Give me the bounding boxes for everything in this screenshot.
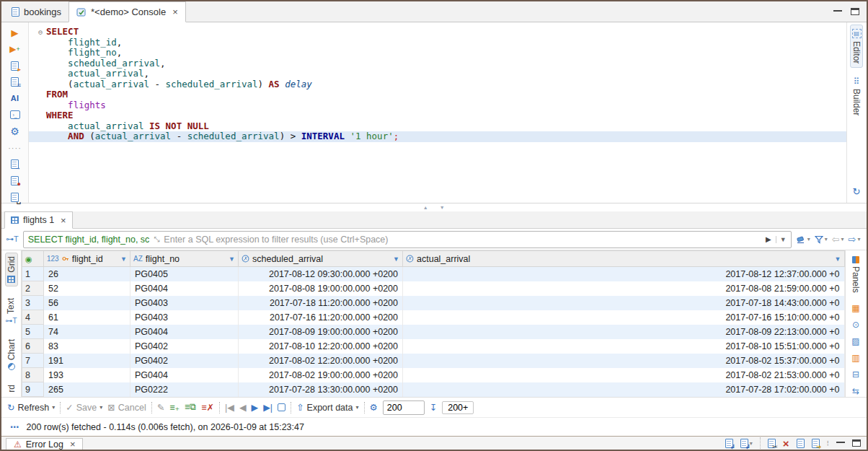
side-tab-editor[interactable]: ▤ Editor (850, 25, 863, 68)
minimize-icon[interactable] (836, 440, 845, 443)
value-panel-icon[interactable]: ▦ (851, 304, 859, 312)
explain-plan-icon[interactable] (11, 77, 19, 87)
grid-cell[interactable]: 2017-08-08 21:59:00.000 +0 (403, 281, 845, 296)
execute-script-icon[interactable] (11, 61, 19, 71)
grid-cell[interactable]: 193 (44, 368, 130, 382)
cancel-button[interactable]: ⊠Cancel (107, 402, 146, 413)
grid-cell[interactable]: PG0404 (130, 368, 239, 382)
row-number[interactable]: 2 (22, 281, 44, 296)
calc-panel-icon[interactable]: ▥ (851, 354, 859, 362)
nav-forward-icon[interactable]: ⇨▾ (849, 234, 861, 245)
export-script-icon[interactable] (11, 159, 19, 169)
row-number[interactable]: 5 (22, 325, 44, 339)
reset-layout-icon[interactable]: ⇆ (852, 387, 859, 395)
grid-cell[interactable]: 2017-08-02 15:37:00.000 +0 (403, 354, 845, 368)
row-number[interactable]: 6 (22, 339, 44, 354)
expand-filter-icon[interactable]: ⤡ (154, 235, 159, 244)
last-row-icon[interactable]: ▶| (263, 402, 273, 413)
column-header-flight-id[interactable]: 123 flight_id ▼ (44, 251, 130, 267)
preview-panel-icon[interactable]: ▨ (851, 337, 859, 346)
maximize-icon[interactable] (852, 439, 861, 447)
grid-cell[interactable]: 2017-07-28 17:02:00.000 +0 (403, 382, 845, 397)
grid-cell[interactable]: 2017-07-18 14:43:00.000 +0 (403, 296, 845, 310)
next-row-icon[interactable]: ▶ (252, 402, 259, 413)
delete-row-icon[interactable]: ≡✗ (201, 402, 214, 413)
export-data-button[interactable]: ⇧Export data▾ (296, 402, 358, 413)
grid-cell[interactable]: 2017-08-02 21:53:00.000 +0 (403, 368, 845, 382)
code-line[interactable]: AND (actual_arrival - scheduled_arrival)… (29, 131, 846, 142)
editor-results-splitter[interactable]: ▲ ▼ (1, 203, 867, 211)
filter-input[interactable] (164, 235, 761, 245)
grid-cell[interactable]: 191 (44, 354, 130, 368)
code-line[interactable]: flights (29, 100, 846, 111)
row-number[interactable]: 9 (22, 382, 44, 397)
close-icon[interactable]: × (172, 6, 178, 17)
tab-flights-1[interactable]: flights 1 × (4, 211, 73, 229)
tab-error-log[interactable]: ⚠ Error Log × (6, 438, 83, 450)
column-filter-icon[interactable]: ▼ (229, 255, 235, 263)
collapse-down-icon[interactable]: ▼ (440, 205, 445, 210)
toolbar-overflow-icon[interactable]: ···· (8, 143, 22, 154)
grid-cell[interactable]: 52 (44, 281, 130, 296)
grid-cell[interactable]: 2017-08-10 12:20:00.000 +0200 (239, 339, 403, 354)
grid-cell[interactable]: 2017-07-18 11:20:00.000 +0200 (239, 296, 403, 310)
panels-toggle[interactable]: Panels (850, 253, 862, 296)
grid-cell[interactable]: PG0402 (130, 339, 239, 354)
code-line[interactable]: scheduled_arrival, (29, 58, 846, 69)
presentation-tab-text[interactable]: Text ⊶T (4, 295, 17, 328)
row-number[interactable]: 8 (22, 368, 44, 382)
side-tab-builder[interactable]: ⠿ Builder (851, 74, 862, 119)
execute-new-tab-icon[interactable]: ▶+ (8, 44, 22, 55)
column-filter-icon[interactable]: ▼ (393, 255, 399, 263)
grid-cell[interactable]: PG0402 (130, 354, 239, 368)
sql-editor[interactable]: ⊖SELECT flight_id, flight_no, scheduled_… (29, 22, 846, 203)
filters-menu-icon[interactable]: ▾ (815, 235, 828, 244)
script-variables-icon[interactable] (11, 193, 19, 202)
grid-cell[interactable]: 2017-07-28 13:30:00.000 +0200 (239, 382, 403, 397)
close-icon[interactable]: × (61, 215, 66, 226)
grid-cell[interactable]: PG0222 (130, 382, 239, 397)
grid-cell[interactable]: 26 (44, 267, 130, 281)
grouping-panel-icon[interactable]: ⊙ (852, 320, 859, 329)
grid-cell[interactable]: 74 (44, 325, 130, 339)
grid-cell[interactable]: PG0405 (130, 267, 239, 281)
view-menu-icon[interactable]: ⁝ (827, 439, 830, 448)
grid-cell[interactable]: 2017-07-16 11:20:00.000 +0200 (239, 310, 403, 325)
grid-cell[interactable]: 2017-08-09 19:00:00.000 +0200 (239, 325, 403, 339)
open-log-menu-icon[interactable] (740, 439, 748, 448)
duplicate-row-icon[interactable]: ≡⧉ (185, 402, 196, 413)
minimize-icon[interactable] (833, 9, 842, 12)
grid-cell[interactable]: 2017-07-16 15:10:00.000 +0 (403, 310, 845, 325)
grid-cell[interactable]: 83 (44, 339, 130, 354)
layout-panel-icon[interactable]: ⊟ (852, 370, 859, 379)
grid-cell[interactable]: PG0403 (130, 296, 239, 310)
grid-cell[interactable]: PG0403 (130, 310, 239, 325)
tab-demo-console[interactable]: *<demo> Console × (68, 1, 186, 22)
row-number[interactable]: 3 (22, 296, 44, 310)
delete-log-icon[interactable]: × (783, 438, 789, 449)
execute-statement-icon[interactable]: ▶ (8, 27, 22, 38)
code-line[interactable]: actual_arrival IS NOT NULL (29, 121, 846, 132)
refresh-button[interactable]: ↻Refresh▾ (7, 402, 55, 413)
presentation-tab-chart[interactable]: Chart (6, 336, 17, 373)
prev-row-icon[interactable]: ◀ (239, 402, 247, 413)
fetch-settings-gear-icon[interactable]: ⚙ (370, 402, 378, 413)
collapse-up-icon[interactable]: ▲ (423, 205, 428, 210)
column-header-flight-no[interactable]: AZ flight_no ▼ (130, 251, 239, 267)
fullscreen-icon[interactable] (278, 403, 285, 411)
fetch-all-icon[interactable]: ↧ (430, 402, 437, 413)
refresh-diagram-icon[interactable]: ↻ (853, 186, 861, 197)
close-icon[interactable]: × (70, 439, 76, 450)
script-errors-icon[interactable] (11, 176, 19, 185)
code-line[interactable]: flight_no, (29, 48, 846, 58)
clear-log-viewer-icon[interactable] (768, 439, 776, 448)
grid-cell[interactable]: 2017-08-09 22:13:00.000 +0 (403, 325, 845, 339)
grid-cell[interactable]: 2017-08-10 15:51:00.000 +0 (403, 339, 845, 354)
grid-cell[interactable]: 61 (44, 310, 130, 325)
open-log-icon[interactable] (725, 439, 733, 448)
column-filter-icon[interactable]: ▼ (120, 255, 127, 263)
code-line[interactable]: actual_arrival, (29, 69, 846, 79)
grid-cell[interactable]: 56 (44, 296, 130, 310)
add-row-icon[interactable]: ≡₊ (169, 402, 180, 413)
grid-cell[interactable]: 2017-08-02 19:00:00.000 +0200 (239, 368, 403, 382)
